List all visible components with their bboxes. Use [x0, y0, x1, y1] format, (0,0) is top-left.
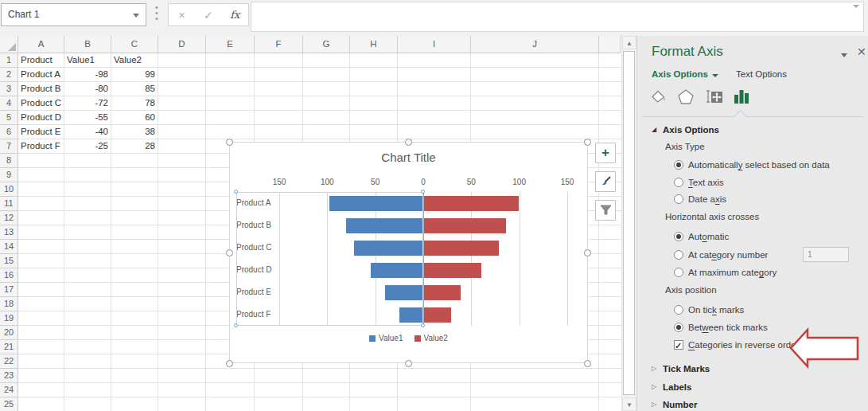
tab-text-options[interactable]: Text Options	[736, 69, 787, 79]
radio-at-category-number[interactable]	[674, 250, 683, 260]
bar-value2-product-f[interactable]	[424, 307, 451, 323]
row-header-21[interactable]: 21	[0, 340, 18, 354]
option-row-date-axis[interactable]: Date axis	[637, 192, 868, 206]
section-row-axis-options[interactable]: ◢Axis Options	[637, 123, 868, 137]
row-header-19[interactable]: 19	[0, 311, 18, 326]
chart-selection-handle[interactable]	[584, 249, 591, 256]
option-label-date-axis[interactable]: Date axis	[688, 192, 726, 206]
column-header-H[interactable]: H	[350, 36, 398, 53]
collapse-icon-axis-options[interactable]: ◢	[652, 126, 656, 134]
option-row-automatically-select-based-on-data[interactable]: Automatically select based on data	[637, 158, 868, 172]
expand-icon-number[interactable]: ▷	[652, 401, 656, 409]
option-row-text-axis[interactable]: Text axis	[637, 175, 868, 190]
option-label-between-tick-marks[interactable]: Between tick marks	[688, 320, 768, 335]
radio-text-axis[interactable]	[674, 178, 683, 187]
row-header-15[interactable]: 15	[0, 254, 18, 268]
radio-automatically-select-based-on-data[interactable]	[674, 160, 683, 170]
row-header-11[interactable]: 11	[0, 197, 18, 211]
cell-C4[interactable]: 78	[111, 96, 158, 111]
section-row-labels[interactable]: ▷Labels	[637, 380, 868, 394]
formula-bar-expand-icon[interactable]	[853, 5, 859, 8]
row-header-10[interactable]: 10	[0, 182, 18, 197]
axis-selection-handle[interactable]	[234, 190, 238, 194]
chart-elements-button[interactable]: +	[595, 143, 616, 163]
cell-B1[interactable]: Value1	[64, 53, 111, 68]
checkbox-categories-in-reverse-order[interactable]: ✓	[674, 340, 683, 350]
cell-B3[interactable]: -80	[64, 82, 111, 96]
row-header-12[interactable]: 12	[0, 211, 18, 225]
chart-selection-handle[interactable]	[405, 139, 412, 146]
option-label-automatic[interactable]: Automatic	[688, 229, 729, 244]
legend-item-value1[interactable]: Value1	[369, 334, 403, 342]
formula-bar[interactable]	[251, 2, 864, 32]
chart-styles-button[interactable]	[595, 171, 616, 192]
section-header-tick-marks[interactable]: Tick Marks	[663, 362, 710, 376]
row-header-7[interactable]: 7	[0, 139, 18, 154]
column-header-C[interactable]: C	[111, 36, 158, 53]
cell-C1[interactable]: Value2	[111, 53, 158, 68]
row-header-17[interactable]: 17	[0, 283, 18, 297]
chart-object[interactable]: Chart Title 15010050050100150Product APr…	[229, 142, 588, 363]
chart-filters-button[interactable]	[595, 200, 616, 221]
scrollbar-thumb[interactable]	[623, 51, 635, 395]
option-row-at-maximum-category[interactable]: At maximum category	[637, 265, 868, 280]
cell-B6[interactable]: -40	[64, 125, 111, 139]
radio-on-tick-marks[interactable]	[674, 305, 683, 315]
cell-B2[interactable]: -98	[64, 68, 111, 82]
cell-B7[interactable]: -25	[64, 139, 111, 154]
effects-icon[interactable]	[674, 84, 698, 108]
cell-C5[interactable]: 60	[111, 111, 158, 125]
cell-A2[interactable]: Product A	[18, 68, 64, 82]
cell-C2[interactable]: 99	[111, 68, 158, 82]
radio-between-tick-marks[interactable]	[674, 323, 683, 332]
column-header-G[interactable]: G	[303, 36, 350, 53]
enter-icon[interactable]: ✓	[197, 9, 220, 22]
axis-selection-handle[interactable]	[234, 323, 238, 327]
cell-A4[interactable]: Product C	[18, 96, 64, 111]
bar-value2-product-d[interactable]	[424, 263, 481, 278]
cell-B4[interactable]: -72	[64, 96, 111, 111]
row-header-22[interactable]: 22	[0, 354, 18, 369]
section-header-number[interactable]: Number	[663, 397, 697, 411]
chart-selection-handle[interactable]	[584, 360, 591, 367]
bar-value2-product-a[interactable]	[424, 196, 519, 211]
column-header-I[interactable]: I	[398, 36, 471, 53]
row-header-5[interactable]: 5	[0, 111, 18, 125]
cell-A1[interactable]: Product	[18, 53, 64, 68]
legend-item-value2[interactable]: Value2	[415, 334, 448, 342]
radio-date-axis[interactable]	[674, 194, 683, 204]
cell-A7[interactable]: Product F	[18, 139, 64, 154]
option-row-on-tick-marks[interactable]: On tick marks	[637, 303, 868, 317]
chart-selection-handle[interactable]	[405, 360, 412, 367]
column-header-D[interactable]: D	[158, 36, 206, 53]
name-box[interactable]: Chart 1	[1, 3, 146, 26]
pane-close-icon[interactable]: ✕	[857, 45, 866, 58]
pane-chevron-down-icon[interactable]	[841, 53, 847, 57]
chart-selection-handle[interactable]	[226, 249, 233, 256]
row-header-20[interactable]: 20	[0, 326, 18, 340]
bar-value2-product-e[interactable]	[424, 285, 461, 300]
section-header-axis-options[interactable]: Axis Options	[663, 123, 719, 137]
row-header-2[interactable]: 2	[0, 68, 18, 82]
row-header-25[interactable]: 25	[0, 397, 18, 411]
option-label-at-category-number[interactable]: At category number	[688, 248, 768, 262]
chart-selection-handle[interactable]	[584, 139, 591, 146]
row-header-9[interactable]: 9	[0, 168, 18, 182]
row-header-16[interactable]: 16	[0, 268, 18, 283]
option-label-at-maximum-category[interactable]: At maximum category	[688, 265, 777, 280]
cell-A3[interactable]: Product B	[18, 82, 64, 96]
chart-title[interactable]: Chart Title	[230, 151, 587, 164]
option-row-at-category-number[interactable]: At category number1	[637, 248, 868, 262]
axis-selection-handle[interactable]	[421, 190, 425, 194]
cell-A6[interactable]: Product E	[18, 125, 64, 139]
column-header-B[interactable]: B	[64, 36, 111, 53]
column-header-E[interactable]: E	[206, 36, 255, 53]
section-header-labels[interactable]: Labels	[663, 380, 691, 394]
tab-axis-options[interactable]: Axis Options	[652, 69, 708, 79]
row-header-14[interactable]: 14	[0, 240, 18, 254]
column-header-F[interactable]: F	[255, 36, 303, 53]
row-header-23[interactable]: 23	[0, 369, 18, 383]
cell-A5[interactable]: Product D	[18, 111, 64, 125]
cell-C6[interactable]: 38	[111, 125, 158, 139]
option-label-text-axis[interactable]: Text axis	[688, 175, 724, 190]
